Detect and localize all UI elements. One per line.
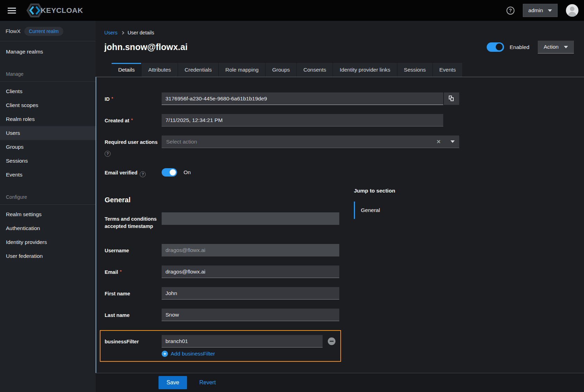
first-name-label: First name xyxy=(105,287,162,300)
action-dropdown-label: Action xyxy=(544,44,559,50)
username-label: Username xyxy=(105,244,162,256)
realm-name: FlowX xyxy=(6,28,21,34)
required-user-actions-select[interactable]: Select action ✕ xyxy=(162,136,459,148)
breadcrumb-users-link[interactable]: Users xyxy=(104,30,117,35)
email-verified-toggle[interactable] xyxy=(162,168,177,177)
brand-logo: KEYCLOAK xyxy=(26,2,83,18)
brand-text: KEYCLOAK xyxy=(41,6,83,15)
form-footer: Save Revert xyxy=(96,373,584,392)
tab-events[interactable]: Events xyxy=(433,63,463,77)
user-menu-label: admin xyxy=(528,7,543,14)
save-button[interactable]: Save xyxy=(159,376,187,389)
email-input[interactable] xyxy=(162,266,339,278)
enabled-toggle[interactable] xyxy=(487,42,504,52)
tab-attributes[interactable]: Attributes xyxy=(141,63,178,77)
sidebar-item-realm-settings[interactable]: Realm settings xyxy=(0,207,96,221)
jump-to-section-title: Jump to section xyxy=(354,188,395,194)
enabled-label: Enabled xyxy=(510,44,529,50)
field-created-at: Created at* xyxy=(105,114,584,126)
field-id: ID* xyxy=(105,92,584,105)
breadcrumb-current: User details xyxy=(128,30,154,35)
page-header: john.snow@flowx.ai Enabled Action xyxy=(96,35,584,54)
jump-to-section: Jump to section General xyxy=(354,188,395,219)
clear-selection-icon[interactable]: ✕ xyxy=(436,139,441,145)
business-filter-highlight-box: businessFilter + Add businessFilter xyxy=(100,330,341,362)
details-tab-panel: ID* Created at* Requi xyxy=(96,77,584,373)
required-user-actions-label: Required user actions ? xyxy=(105,136,162,157)
business-filter-input[interactable] xyxy=(162,335,323,348)
add-business-filter-button[interactable]: + Add businessFilter xyxy=(162,351,215,357)
id-input[interactable] xyxy=(162,92,443,105)
shell: FlowX Current realm Manage realms Manage… xyxy=(0,21,584,392)
page-title: john.snow@flowx.ai xyxy=(104,42,188,52)
tab-credentials[interactable]: Credentials xyxy=(178,63,219,77)
tab-sessions[interactable]: Sessions xyxy=(397,63,433,77)
topbar-right: ? admin xyxy=(506,4,578,17)
sidebar-item-identity-providers[interactable]: Identity providers xyxy=(0,235,96,249)
avatar[interactable] xyxy=(566,4,578,17)
tab-bar: Details Attributes Credentials Role mapp… xyxy=(112,63,584,77)
field-username: Username xyxy=(105,244,584,256)
breadcrumb-separator-icon xyxy=(121,31,124,35)
action-dropdown-button[interactable]: Action xyxy=(538,41,574,54)
remove-business-filter-icon[interactable] xyxy=(328,337,335,345)
main-content: Users User details john.snow@flowx.ai En… xyxy=(96,21,584,392)
sidebar-item-realm-roles[interactable]: Realm roles xyxy=(0,112,96,126)
general-section-heading: General xyxy=(105,196,584,204)
help-icon[interactable]: ? xyxy=(506,7,514,15)
copy-button[interactable] xyxy=(444,92,459,105)
email-verified-state: On xyxy=(184,166,191,175)
chevron-down-icon[interactable] xyxy=(451,140,455,143)
tab-groups[interactable]: Groups xyxy=(266,63,297,77)
select-placeholder: Select action xyxy=(166,139,197,145)
menu-toggle-icon[interactable] xyxy=(8,8,16,14)
tab-identity-provider-links[interactable]: Identity provider links xyxy=(333,63,397,77)
username-input[interactable] xyxy=(162,244,339,256)
copy-icon xyxy=(449,96,454,102)
sidebar-group-manage: Manage xyxy=(0,71,96,82)
sidebar-item-manage-realms[interactable]: Manage realms xyxy=(0,45,96,59)
current-realm-badge[interactable]: Current realm xyxy=(24,27,63,36)
sidebar-item-groups[interactable]: Groups xyxy=(0,140,96,154)
terms-input[interactable] xyxy=(162,212,339,225)
field-last-name: Last name xyxy=(105,309,584,321)
first-name-input[interactable] xyxy=(162,287,339,300)
field-business-filter: businessFilter xyxy=(105,335,336,348)
sidebar-group-configure: Configure xyxy=(0,194,96,205)
sidebar-item-user-federation[interactable]: User federation xyxy=(0,249,96,263)
tab-role-mapping[interactable]: Role mapping xyxy=(219,63,266,77)
terms-label: Terms and conditions accepted timestamp xyxy=(105,212,162,230)
field-first-name: First name xyxy=(105,287,584,300)
field-email: Email* xyxy=(105,266,584,278)
last-name-input[interactable] xyxy=(162,309,339,321)
sidebar-item-events[interactable]: Events xyxy=(0,168,96,182)
realm-switcher[interactable]: FlowX Current realm xyxy=(0,21,96,41)
required-marker: * xyxy=(131,117,133,123)
tab-consents[interactable]: Consents xyxy=(297,63,333,77)
sidebar-item-clients[interactable]: Clients xyxy=(0,84,96,98)
help-question-icon[interactable]: ? xyxy=(105,151,111,157)
sidebar-item-sessions[interactable]: Sessions xyxy=(0,154,96,168)
field-terms: Terms and conditions accepted timestamp xyxy=(105,212,584,230)
topbar: KEYCLOAK ? admin xyxy=(0,0,584,21)
tab-details[interactable]: Details xyxy=(112,63,141,77)
created-at-input[interactable] xyxy=(162,114,443,126)
sidebar-item-users[interactable]: Users xyxy=(0,126,96,140)
business-filter-label: businessFilter xyxy=(105,335,162,348)
add-business-filter-label: Add businessFilter xyxy=(171,351,215,357)
required-marker: * xyxy=(112,96,113,101)
plus-icon: + xyxy=(162,351,168,357)
revert-link[interactable]: Revert xyxy=(199,379,216,386)
email-verified-label: Email verified? xyxy=(105,166,162,177)
sidebar-item-authentication[interactable]: Authentication xyxy=(0,221,96,235)
help-question-icon[interactable]: ? xyxy=(140,171,146,177)
created-at-label: Created at* xyxy=(105,114,162,126)
field-required-user-actions: Required user actions ? Select action ✕ xyxy=(105,136,584,157)
sidebar-item-client-scopes[interactable]: Client scopes xyxy=(0,98,96,112)
email-label: Email* xyxy=(105,266,162,278)
jump-link-general[interactable]: General xyxy=(354,202,395,219)
required-marker: * xyxy=(120,269,122,274)
user-menu-button[interactable]: admin xyxy=(523,4,558,17)
sidebar: FlowX Current realm Manage realms Manage… xyxy=(0,21,96,392)
breadcrumb: Users User details xyxy=(96,21,584,35)
